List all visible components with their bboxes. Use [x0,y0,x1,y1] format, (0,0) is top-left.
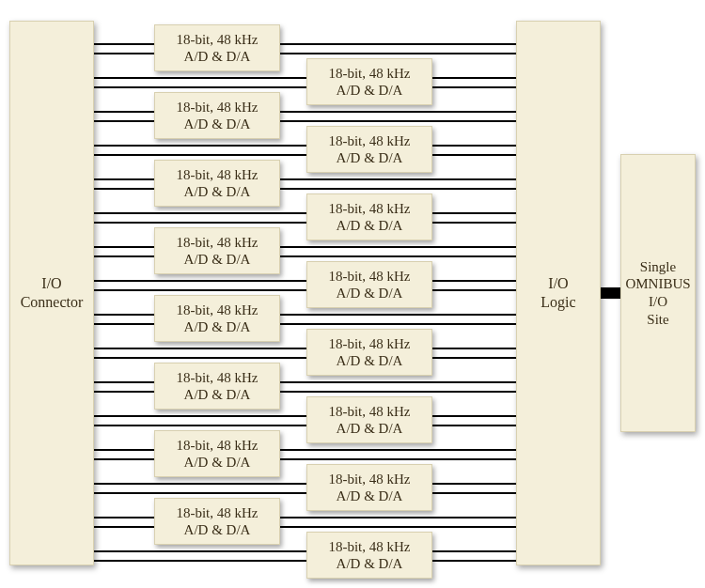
diagram-stage: 18-bit, 48 kHz A/D & D/A 18-bit, 48 kHz … [0,0,705,588]
omnibus-line3: Site [647,311,668,329]
signal-line [93,154,516,156]
io-logic-line2: Logic [540,293,575,312]
converter-line2: A/D & D/A [337,149,403,166]
signal-line [93,222,516,224]
io-connector-line1: I/O [41,274,61,293]
omnibus-line2: OMNIBUS I/O [625,275,690,311]
signal-line [93,415,516,417]
omnibus-connector-bar [601,287,621,299]
signal-line [93,289,516,291]
converter-box: 18-bit, 48 kHz A/D & D/A [154,363,280,410]
converter-line1: 18-bit, 48 kHz [328,268,410,285]
converter-box: 18-bit, 48 kHz A/D & D/A [154,430,280,477]
converter-line1: 18-bit, 48 kHz [328,65,410,82]
omnibus-line1: Single [640,258,676,276]
converter-line1: 18-bit, 48 kHz [176,31,258,48]
converter-line1: 18-bit, 48 kHz [176,504,258,521]
converter-box: 18-bit, 48 kHz A/D & D/A [306,261,432,308]
omnibus-site-panel: Single OMNIBUS I/O Site [620,154,696,432]
signal-line [93,483,516,485]
converter-line1: 18-bit, 48 kHz [176,302,258,318]
converter-line1: 18-bit, 48 kHz [176,437,258,454]
signal-line [93,145,516,147]
converter-line2: A/D & D/A [337,217,403,234]
converter-line2: A/D & D/A [337,82,403,99]
converter-line1: 18-bit, 48 kHz [328,200,410,217]
converter-box: 18-bit, 48 kHz A/D & D/A [154,227,280,274]
converter-box: 18-bit, 48 kHz A/D & D/A [154,92,280,139]
converter-line2: A/D & D/A [337,420,403,437]
signal-line [93,560,516,562]
converter-box: 18-bit, 48 kHz A/D & D/A [306,464,432,511]
converter-box: 18-bit, 48 kHz A/D & D/A [154,498,280,545]
converter-box: 18-bit, 48 kHz A/D & D/A [306,532,432,579]
converter-line1: 18-bit, 48 kHz [328,471,410,487]
signal-line [93,86,516,88]
converter-line2: A/D & D/A [184,521,251,538]
converter-box: 18-bit, 48 kHz A/D & D/A [306,193,432,240]
converter-line2: A/D & D/A [184,251,251,268]
converter-line2: A/D & D/A [337,285,403,302]
signal-line [93,550,516,552]
converter-box: 18-bit, 48 kHz A/D & D/A [306,329,432,376]
converter-line1: 18-bit, 48 kHz [328,132,410,149]
converter-line2: A/D & D/A [184,48,251,65]
converter-line1: 18-bit, 48 kHz [328,403,410,420]
converter-box: 18-bit, 48 kHz A/D & D/A [154,24,280,71]
signal-line [93,212,516,214]
converter-box: 18-bit, 48 kHz A/D & D/A [154,295,280,342]
converter-box: 18-bit, 48 kHz A/D & D/A [306,126,432,173]
io-connector-panel: I/O Connector [9,21,94,565]
converter-line1: 18-bit, 48 kHz [176,369,258,386]
converter-line2: A/D & D/A [337,352,403,369]
converter-line2: A/D & D/A [184,454,251,471]
converter-line2: A/D & D/A [337,555,403,572]
io-logic-line1: I/O [548,274,568,293]
signal-line [93,77,516,79]
signal-line [93,492,516,494]
io-logic-panel: I/O Logic [516,21,601,565]
signal-line [93,357,516,359]
converter-box: 18-bit, 48 kHz A/D & D/A [306,58,432,105]
converter-box: 18-bit, 48 kHz A/D & D/A [154,160,280,207]
converter-line1: 18-bit, 48 kHz [176,234,258,251]
io-connector-line2: Connector [21,293,84,312]
converter-line1: 18-bit, 48 kHz [176,166,258,183]
converter-line2: A/D & D/A [184,318,251,335]
signal-line [93,280,516,282]
converter-line2: A/D & D/A [184,386,251,403]
signal-line [93,348,516,349]
converter-line1: 18-bit, 48 kHz [176,99,258,116]
converter-line2: A/D & D/A [184,116,251,132]
converter-line2: A/D & D/A [184,183,251,200]
converter-line1: 18-bit, 48 kHz [328,335,410,352]
signal-line [93,425,516,426]
converter-line1: 18-bit, 48 kHz [328,538,410,555]
converter-box: 18-bit, 48 kHz A/D & D/A [306,396,432,443]
converter-line2: A/D & D/A [337,487,403,504]
